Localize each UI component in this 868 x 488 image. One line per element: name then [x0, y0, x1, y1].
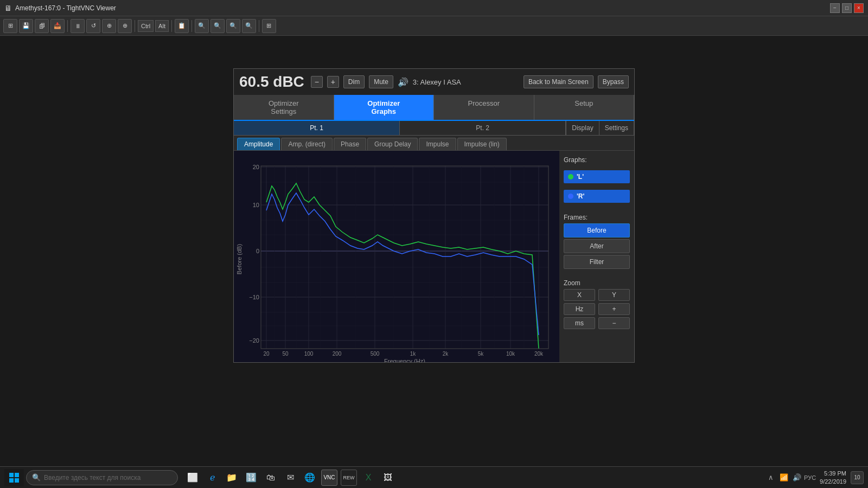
legend-r[interactable]: 'R' — [564, 190, 630, 203]
rew-icon[interactable]: REW — [341, 470, 357, 486]
volume-plus-button[interactable]: + — [327, 76, 339, 88]
svg-text:10: 10 — [253, 202, 259, 208]
taskbar: 🔍 Введите здесь текст для поиска ⬜ ℯ 📁 🔢… — [0, 466, 868, 488]
svg-text:500: 500 — [371, 351, 380, 357]
frame-filter-button[interactable]: Filter — [564, 255, 630, 269]
zoom-section: Zoom X Y Hz + ms − — [564, 279, 630, 331]
dim-button[interactable]: Dim — [343, 75, 365, 88]
zoom-x-label: X — [564, 289, 595, 301]
tb-refresh[interactable]: ↺ — [86, 19, 100, 33]
legend-l[interactable]: 'L' — [564, 170, 630, 183]
calc-icon[interactable]: 🔢 — [243, 470, 259, 486]
close-button[interactable]: × — [854, 3, 864, 13]
tab-settings[interactable]: Settings — [599, 121, 634, 135]
tab-processor[interactable]: Processor — [434, 95, 534, 120]
start-button[interactable] — [4, 469, 24, 486]
nav-tabs: OptimizerSettings OptimizerGraphs Proces… — [234, 95, 634, 121]
zoom-minus-button[interactable]: − — [598, 317, 630, 329]
svg-text:−20: −20 — [249, 337, 259, 344]
explorer-icon[interactable]: 📁 — [224, 470, 240, 486]
tb-fullscreen[interactable]: ⊞ — [262, 19, 276, 33]
zoom-plus-button[interactable]: + — [598, 303, 630, 315]
tb-alt[interactable]: Alt — [155, 20, 169, 32]
taskview-icon[interactable]: ⬜ — [184, 470, 201, 486]
volume-display: 60.5 dBC — [239, 73, 304, 91]
store-icon[interactable]: 🛍 — [263, 470, 279, 486]
pt-tabs: Pt. 1 Pt. 2 — [234, 121, 566, 135]
tray-chevron[interactable]: ∧ — [765, 472, 776, 483]
tb-save[interactable]: 💾 — [19, 19, 33, 33]
tab-group-delay[interactable]: Group Delay — [367, 138, 418, 150]
tab-impulse[interactable]: Impulse — [419, 138, 456, 150]
speaker-icon: 🔊 — [398, 77, 409, 87]
clock-time: 5:39 PM — [820, 470, 846, 477]
volume-icon[interactable]: 🔊 — [792, 472, 802, 483]
zoom-ms-button[interactable]: ms — [564, 317, 595, 329]
tab-amp-direct[interactable]: Amp. (direct) — [281, 138, 333, 150]
frames-label: Frames: — [564, 214, 630, 221]
svg-text:20: 20 — [253, 164, 259, 170]
vnc-icon[interactable]: VNC — [321, 470, 337, 486]
svg-text:2k: 2k — [443, 351, 449, 357]
toolbar: ⊞ 💾 🗐 📥 ⏸ ↺ ⊕ ⊕ Ctrl Alt 📋 🔍 🔍 🔍 🔍 ⊞ — [0, 16, 868, 36]
tab-optimizer-settings[interactable]: OptimizerSettings — [234, 95, 334, 120]
minimize-button[interactable]: − — [830, 3, 840, 13]
mail-icon[interactable]: ✉ — [282, 470, 298, 486]
tb-connect2[interactable]: ⊕ — [118, 19, 132, 33]
content-tabs: Amplitude Amp. (direct) Phase Group Dela… — [234, 136, 634, 151]
mute-button[interactable]: Mute — [369, 75, 393, 88]
search-bar[interactable]: 🔍 Введите здесь текст для поиска — [26, 470, 178, 485]
main-graph: Before (dB) — [234, 151, 559, 362]
tb-zoom-in[interactable]: 🔍 — [226, 19, 240, 33]
app-window: 60.5 dBC − + Dim Mute 🔊 3: Alexey I ASA … — [233, 68, 635, 363]
tb-ctrl[interactable]: Ctrl — [138, 20, 154, 32]
app-icon: 🖥 — [4, 4, 12, 12]
tb-zoom-fit[interactable]: 🔍 — [242, 19, 256, 33]
tb-connect1[interactable]: ⊕ — [102, 19, 116, 33]
clock: 5:39 PM 9/22/2019 — [820, 470, 846, 485]
svg-rect-52 — [9, 478, 14, 483]
notification-badge[interactable]: 10 — [851, 471, 864, 484]
tb-sep3 — [171, 20, 172, 32]
network-icon[interactable]: 📶 — [778, 472, 789, 483]
tab-optimizer-graphs[interactable]: OptimizerGraphs — [334, 95, 435, 120]
title-bar: 🖥 Amethyst-167:0 - TightVNC Viewer − □ × — [0, 0, 868, 16]
main-area: 60.5 dBC − + Dim Mute 🔊 3: Alexey I ASA … — [0, 36, 868, 466]
zoom-hz-button[interactable]: Hz — [564, 303, 595, 315]
zoom-xy-row: X Y — [564, 289, 630, 301]
back-to-main-button[interactable]: Back to Main Screen — [524, 75, 593, 88]
photos-icon[interactable]: 🖼 — [380, 470, 396, 486]
frame-after-button[interactable]: After — [564, 239, 630, 253]
tab-amplitude[interactable]: Amplitude — [237, 138, 280, 150]
bypass-button[interactable]: Bypass — [598, 75, 629, 88]
tab-impulse-lin[interactable]: Impulse (lin) — [457, 138, 507, 150]
volume-minus-button[interactable]: − — [311, 76, 323, 88]
tab-display[interactable]: Display — [566, 121, 599, 135]
tb-sep5 — [259, 20, 259, 32]
tab-setup[interactable]: Setup — [534, 95, 635, 120]
zoom-hz-row: Hz + — [564, 303, 630, 315]
tb-pause[interactable]: ⏸ — [71, 19, 85, 33]
tb-zoom-reset[interactable]: 🔍 — [210, 19, 225, 33]
language-indicator[interactable]: РУС — [805, 472, 815, 483]
svg-rect-53 — [15, 478, 19, 483]
frame-before-button[interactable]: Before — [564, 223, 630, 237]
search-icon: 🔍 — [32, 473, 41, 481]
maximize-button[interactable]: □ — [842, 3, 852, 13]
tab-phase[interactable]: Phase — [334, 138, 366, 150]
tb-load[interactable]: 📥 — [50, 19, 65, 33]
tb-zoom-out[interactable]: 🔍 — [195, 19, 209, 33]
zoom-y-label: Y — [598, 289, 630, 301]
chrome-icon[interactable]: 🌐 — [302, 470, 318, 486]
tb-sep1 — [67, 20, 68, 32]
tab-pt2[interactable]: Pt. 2 — [400, 121, 566, 135]
app-header: 60.5 dBC − + Dim Mute 🔊 3: Alexey I ASA … — [234, 69, 634, 95]
tab-pt1[interactable]: Pt. 1 — [234, 121, 400, 135]
legend-r-label: 'R' — [577, 192, 584, 200]
tb-clipboard[interactable]: 📋 — [175, 19, 189, 33]
tb-copy[interactable]: 🗐 — [35, 19, 49, 33]
tb-icon1[interactable]: ⊞ — [3, 19, 17, 33]
svg-rect-51 — [15, 473, 19, 477]
edge-icon[interactable]: ℯ — [204, 470, 220, 486]
excel-icon[interactable]: X — [360, 470, 376, 486]
